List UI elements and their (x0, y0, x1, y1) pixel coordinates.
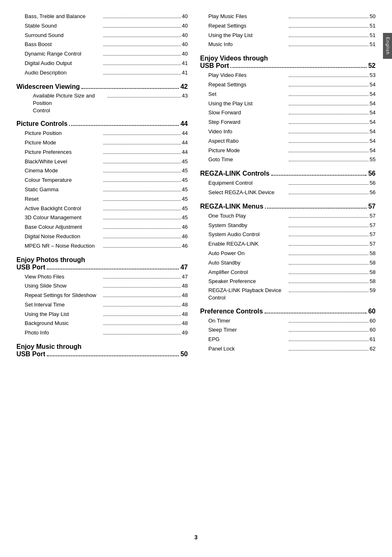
list-item: Auto Power On 58 (200, 249, 376, 258)
list-item: Set Interval Time 48 (16, 301, 188, 309)
dots (289, 341, 368, 341)
enjoy-videos-section: Enjoy Videos through USB Port 52 (200, 55, 376, 70)
section-title: Picture Controls (16, 120, 67, 128)
item-title: Goto Time (208, 155, 288, 164)
page-num: 40 (182, 50, 188, 58)
page-num: 47 (182, 273, 188, 281)
page-num: 46 (182, 242, 188, 251)
dots (289, 322, 368, 323)
list-item: Auto Standby 58 (200, 259, 376, 267)
item-title: Photo Info (25, 329, 102, 337)
item-title: Play Music Files (208, 12, 288, 21)
dots (103, 46, 180, 46)
item-title: REGZA-LINK Playback DeviceControl (208, 287, 288, 302)
dots (103, 163, 180, 163)
list-item: Digital Noise Reduction 46 (16, 232, 188, 241)
item-title: EPG (208, 335, 288, 344)
section-page: 56 (368, 170, 376, 177)
item-title: Stable Sound (25, 22, 102, 30)
item-title: Bass Boost (25, 40, 102, 49)
item-title: Digital Audio Output (25, 59, 102, 68)
dots (103, 135, 180, 135)
dots (289, 274, 368, 274)
dots (289, 123, 368, 124)
page-num: 44 (182, 129, 188, 138)
page-num: 48 (182, 282, 188, 290)
page-num: 54 (370, 128, 376, 136)
section-title: Widescreen Viewing (16, 83, 80, 91)
list-item: Static Gamma 45 (16, 186, 188, 194)
dots (103, 153, 180, 154)
item-title: Available Picture Size and PositionContr… (33, 92, 106, 115)
dots (289, 245, 368, 246)
dots (289, 217, 368, 218)
item-title: 3D Colour Management (25, 214, 102, 222)
dots (289, 227, 368, 227)
page-num: 54 (370, 90, 376, 99)
enjoy-photos-line1: Enjoy Photos through (16, 256, 188, 264)
list-item: Colour Temperature 45 (16, 176, 188, 185)
dots (103, 287, 180, 288)
dots (289, 77, 368, 77)
page-num: 41 (182, 69, 188, 77)
dots (103, 278, 180, 278)
list-item: Goto Time 55 (200, 155, 376, 164)
page-num: 55 (370, 155, 376, 164)
page-num: 45 (182, 186, 188, 194)
item-title: Using the Play List (208, 31, 288, 40)
item-title: Slow Forward (208, 109, 288, 117)
dots (265, 313, 367, 313)
item-title: On Timer (208, 317, 288, 325)
dots (289, 350, 368, 350)
list-item: View Photo Files 47 (16, 273, 188, 281)
page-num: 62 (370, 345, 376, 353)
dots (103, 334, 180, 334)
enjoy-photos-section: Enjoy Photos through USB Port 47 (16, 256, 188, 271)
dots (103, 228, 180, 229)
right-column: Play Music Files 50 Repeat Settings 51 U… (196, 12, 376, 526)
page-num: 45 (182, 167, 188, 175)
preference-items: On Timer 60 Sleep Timer 60 EPG 61 Panel … (200, 317, 376, 353)
page-num: 44 (182, 139, 188, 147)
enjoy-videos-line2: USB Port 52 (200, 62, 376, 70)
regza-menus-header: REGZA-LINK Menus 57 (200, 203, 376, 210)
page-num: 46 (182, 223, 188, 232)
preference-controls-header: Preference Controls 60 (200, 308, 376, 315)
item-title: MPEG NR – Noise Reduction (25, 242, 102, 251)
section-page: 57 (368, 203, 376, 210)
page-num: 60 (370, 317, 376, 325)
dots (103, 325, 180, 325)
list-item: Reset 45 (16, 195, 188, 204)
list-item: Slow Forward 54 (200, 109, 376, 117)
page-num: 54 (370, 118, 376, 127)
page-num: 51 (370, 31, 376, 40)
list-item: Repeat Settings 54 (200, 81, 376, 89)
item-title: Bass, Treble and Balance (25, 12, 102, 21)
dots (47, 355, 179, 356)
item-title: Panel Lock (208, 345, 288, 353)
item-title: Background Music (25, 319, 102, 328)
dots (271, 175, 367, 176)
dots (289, 184, 368, 185)
page-num: 53 (370, 71, 376, 80)
dots (103, 27, 180, 28)
enjoy-music-section: Enjoy Music through USB Port 50 (16, 343, 188, 358)
widescreen-section: Widescreen Viewing 42 (16, 83, 188, 91)
item-title: View Photo Files (25, 273, 102, 281)
list-item: Digital Audio Output 41 (16, 59, 188, 68)
left-column: Bass, Treble and Balance 40 Stable Sound… (16, 12, 196, 526)
list-item: 3D Colour Management 45 (16, 214, 188, 222)
item-title: System Audio Control (208, 230, 288, 239)
page-num: 58 (370, 259, 376, 267)
item-title: One Touch Play (208, 212, 288, 220)
picture-controls-items: Picture Position 44 Picture Mode 44 Pict… (16, 129, 188, 250)
regza-menus-section: REGZA-LINK Menus 57 (200, 203, 376, 210)
page-num: 56 (370, 188, 376, 197)
list-item: Amplifier Control 58 (200, 268, 376, 277)
enjoy-videos-line1: Enjoy Videos through (200, 55, 376, 62)
item-title: Enable REGZA-LINK (208, 240, 288, 248)
list-item: Photo Info 49 (16, 329, 188, 337)
list-item: Select REGZA-LINK Device 56 (200, 188, 376, 197)
page-num: 45 (182, 214, 188, 222)
enjoy-music-line2: USB Port 50 (16, 350, 188, 358)
